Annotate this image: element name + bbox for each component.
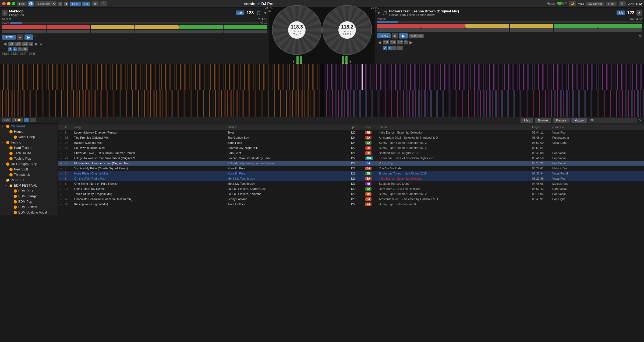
left-cue-r1[interactable] bbox=[2, 30, 46, 33]
left-loop-2[interactable]: 2 bbox=[8, 47, 12, 51]
th-length[interactable]: length bbox=[531, 125, 551, 129]
sidebar-item-nu-house[interactable]: ▾🟠Nu House bbox=[0, 124, 58, 129]
left-loop-4[interactable]: 4 bbox=[13, 47, 17, 51]
view-list-button[interactable]: ≡ bbox=[24, 118, 29, 122]
left-settings-icon[interactable]: ⚙ bbox=[40, 42, 43, 46]
mono-button[interactable]: 🌙 bbox=[569, 1, 576, 6]
sidebar-item-edm-uplifting[interactable]: 🟠EDM Uplifting Vocal bbox=[0, 210, 58, 215]
table-row[interactable]: ○ 2 Hope Rises (Original Mix) Nora En Pu… bbox=[58, 171, 644, 176]
right-prev-btn[interactable]: ⏮ bbox=[392, 33, 398, 39]
left-vinyl-disc[interactable]: 118.3 00:13.6 05:41.2 bbox=[272, 5, 322, 55]
files-tab[interactable]: Files bbox=[521, 118, 533, 123]
th-key[interactable]: key bbox=[364, 125, 378, 129]
table-row[interactable]: ○ 9 On the Wall (Radio Mix) Me & My Toot… bbox=[58, 176, 644, 181]
sidebar-item-house[interactable]: 🟠House bbox=[0, 129, 58, 134]
left-prev-btn[interactable]: ⏮ bbox=[17, 34, 23, 40]
left-loop-1/4[interactable]: 1/4 bbox=[15, 42, 22, 46]
sidebar-item-tech-house[interactable]: 🟠Tech House bbox=[0, 151, 58, 156]
right-settings-icon[interactable]: ⚙ bbox=[639, 34, 642, 38]
right-cue-5[interactable] bbox=[554, 24, 598, 28]
right-vinyl-disc[interactable]: 118.2 00:29.R 05:53.7 bbox=[322, 5, 372, 55]
right-cue-r2[interactable] bbox=[421, 28, 465, 32]
right-loop-1/8[interactable]: 1/8 bbox=[383, 40, 389, 44]
left-loop-8[interactable]: 8 bbox=[17, 47, 22, 51]
table-row[interactable]: ○ 21 I Begin to Wonder feat. Vika Grand … bbox=[58, 156, 644, 161]
right-cue-4[interactable] bbox=[510, 24, 554, 28]
sidebar-item-edm-sustain[interactable]: 🟠EDM Sustain bbox=[0, 204, 58, 210]
view-grid-button[interactable]: ⊞ bbox=[30, 118, 36, 122]
search-input[interactable] bbox=[589, 118, 637, 123]
table-row[interactable]: ○ 16 So Down (Original Mix) Sharam Jey, … bbox=[58, 145, 644, 151]
left-cue-2[interactable] bbox=[47, 25, 90, 29]
prepare-tab[interactable]: Prepare bbox=[553, 118, 570, 123]
table-row[interactable]: ○ 27 Balloon (Original Mix) Sirus Hood 1… bbox=[58, 140, 644, 145]
right-deck-music-icon[interactable]: 🎵 bbox=[382, 10, 388, 15]
left-play-btn[interactable]: ▶ bbox=[24, 34, 33, 40]
sidebar-item-edm-energy[interactable]: 🟠EDM Energy bbox=[0, 194, 58, 199]
search-close-button[interactable]: ✕ bbox=[639, 118, 642, 123]
close-button[interactable] bbox=[2, 2, 6, 5]
right-cue-2[interactable] bbox=[421, 24, 465, 28]
left-deck-music-icon[interactable]: 🎵 bbox=[256, 10, 261, 15]
left-cue-6[interactable] bbox=[224, 25, 267, 29]
left-loop-prev[interactable]: ◀ bbox=[2, 41, 8, 47]
right-play-btn[interactable]: ▶ bbox=[399, 33, 408, 39]
browse-tab[interactable]: Browse bbox=[535, 118, 551, 123]
th-album[interactable]: album bbox=[378, 125, 531, 129]
sidebar-item-vocal-deep[interactable]: 🟠Vocal Deep bbox=[0, 134, 58, 140]
add-crate-button[interactable]: + 🗂 bbox=[2, 118, 11, 122]
history-tab[interactable]: History bbox=[571, 118, 587, 123]
left-loop-next[interactable]: ▶ bbox=[34, 41, 39, 47]
right-loop-1[interactable]: 1 bbox=[404, 40, 408, 44]
left-cue-5[interactable] bbox=[179, 25, 223, 29]
left-loop-1/2[interactable]: 1/2 bbox=[22, 42, 29, 46]
left-cue-3[interactable] bbox=[91, 25, 135, 29]
table-row[interactable]: ○ 3 Show Me Love (EDX's Indian Summer Re… bbox=[58, 151, 644, 156]
right-cue-r5[interactable] bbox=[554, 28, 598, 32]
left-cue-r6[interactable] bbox=[224, 30, 267, 33]
sidebar-item-techno[interactable]: ▾🟠Techno bbox=[0, 140, 58, 145]
sidebar-item-throwback[interactable]: 🟠Throwback bbox=[0, 172, 58, 177]
help-button[interactable]: Help bbox=[606, 2, 617, 6]
right-loop-16[interactable]: 16 bbox=[397, 46, 403, 50]
right-loop-2[interactable]: 2 bbox=[383, 46, 387, 50]
sidebar-item-edm-festival[interactable]: ▾📁EDM FESTIVAL bbox=[0, 183, 58, 188]
settings-button[interactable]: ⚙ bbox=[619, 1, 626, 6]
right-cue-r4[interactable] bbox=[510, 28, 554, 32]
table-row[interactable]: ○ 26 Chocolate Sensation (Baccanali DJs … bbox=[58, 197, 644, 202]
left-loop-16[interactable]: 16 bbox=[22, 47, 28, 51]
left-cue-r3[interactable] bbox=[91, 30, 135, 33]
left-cue-4[interactable] bbox=[135, 25, 179, 29]
sidebar-item-uk-garage[interactable]: ▾🟠UK Garage|2 Step bbox=[0, 161, 58, 167]
table-row[interactable]: ▶ 25 Flowers feat. Leanne Brown (Origina… bbox=[58, 161, 644, 166]
left-loop-1[interactable]: 1 bbox=[29, 42, 33, 46]
sidebar-item-edm-pop[interactable]: 🟠EDM Pop bbox=[0, 199, 58, 204]
waveform-button[interactable]: ⠿ bbox=[100, 1, 107, 6]
left-waveform-icon[interactable]: 〰 bbox=[34, 35, 37, 39]
left-cue-r4[interactable] bbox=[135, 30, 179, 33]
left-cue-1[interactable] bbox=[2, 25, 46, 29]
right-cue-r1[interactable] bbox=[377, 28, 421, 32]
table-row[interactable]: ○ 5 Touch Ur Body (Original Mix) LouLou … bbox=[58, 191, 644, 197]
th-song[interactable]: song bbox=[73, 125, 227, 129]
right-cue-r3[interactable] bbox=[465, 28, 509, 32]
left-vinyl-down-icon[interactable]: ▼ bbox=[292, 59, 296, 64]
sidebar-item-pop-set[interactable]: ▾📁POP SET bbox=[0, 177, 58, 183]
add-folder-button[interactable]: + 📁 bbox=[12, 118, 23, 122]
th-comment[interactable]: comment bbox=[551, 125, 644, 129]
my-serato-button[interactable]: My Serato bbox=[586, 2, 604, 6]
left-cue-r5[interactable] bbox=[179, 30, 223, 33]
th-bpm[interactable]: bpm bbox=[349, 125, 364, 129]
right-cue-1[interactable] bbox=[377, 24, 421, 28]
right-vinyl-down-icon[interactable]: ▼ bbox=[349, 59, 352, 64]
table-row[interactable]: ○ 22 Hum Hum (Frey Remix) LouLou Players… bbox=[58, 186, 644, 191]
sidebar-item-techno-pop[interactable]: 🟠Techno Pop bbox=[0, 156, 58, 161]
sidebar-item-edm-dark[interactable]: 🟠EDM Dark bbox=[0, 188, 58, 194]
left-sync-btn[interactable]: SYNC bbox=[2, 35, 16, 40]
right-loop-1/4[interactable]: 1/4 bbox=[390, 40, 396, 44]
grid-button[interactable]: ⊞ bbox=[92, 1, 99, 6]
right-loop-8[interactable]: 8 bbox=[392, 46, 397, 50]
right-cue-r6[interactable] bbox=[598, 28, 642, 32]
extended-select[interactable]: Extended bbox=[35, 1, 56, 6]
sidebar-item-new-stuff[interactable]: 🟠New Stuff bbox=[0, 167, 58, 172]
